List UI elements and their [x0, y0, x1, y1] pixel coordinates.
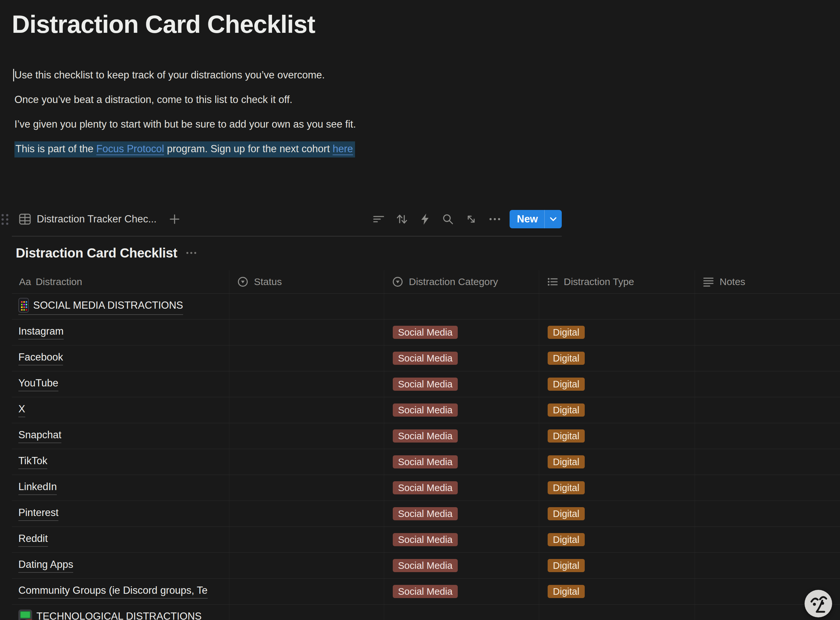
name-cell[interactable]: Reddit — [12, 527, 229, 552]
row-title[interactable]: Snapchat — [18, 429, 61, 441]
notes-cell[interactable] — [695, 475, 840, 501]
name-cell[interactable]: TECHNOLOGICAL DISTRACTIONS — [12, 605, 229, 620]
row-open-link[interactable]: LinkedIn — [18, 481, 57, 495]
new-button[interactable]: New — [510, 210, 562, 228]
row-title[interactable]: X — [18, 403, 25, 415]
new-button-label[interactable]: New — [510, 213, 544, 225]
search-icon[interactable] — [442, 213, 454, 225]
name-cell[interactable]: YouTube — [12, 371, 229, 397]
category-cell[interactable]: Social Media — [384, 449, 539, 475]
notes-cell[interactable] — [695, 501, 840, 527]
type-cell[interactable]: Digital — [539, 397, 695, 423]
notion-ai-button[interactable] — [805, 590, 832, 617]
status-cell[interactable] — [229, 527, 384, 552]
column-header-distraction[interactable]: Aa Distraction — [12, 270, 229, 293]
row-title[interactable]: TikTok — [18, 455, 47, 467]
row-title[interactable]: Pinterest — [18, 507, 59, 519]
category-cell[interactable]: Social Media — [384, 553, 539, 578]
more-icon[interactable] — [489, 217, 501, 221]
notes-cell[interactable] — [695, 449, 840, 475]
row-title[interactable]: TECHNOLOGICAL DISTRACTIONS — [36, 611, 202, 620]
notes-cell[interactable] — [695, 527, 840, 552]
name-cell[interactable]: X — [12, 397, 229, 423]
table-row[interactable]: TECHNOLOGICAL DISTRACTIONS — [12, 605, 840, 620]
row-open-link[interactable]: Instagram — [18, 325, 64, 340]
row-title[interactable]: Dating Apps — [18, 559, 73, 570]
paragraph-highlighted[interactable]: This is part of the Focus Protocol progr… — [14, 141, 507, 157]
table-row[interactable]: Pinterest Social Media Digital — [12, 501, 840, 527]
row-open-link[interactable]: Facebook — [18, 351, 63, 366]
row-title[interactable]: Instagram — [18, 325, 64, 337]
category-cell[interactable]: Social Media — [384, 345, 539, 371]
row-open-link[interactable]: Snapchat — [18, 429, 61, 443]
category-tag[interactable]: Social Media — [393, 326, 458, 339]
table-row[interactable]: Community Groups (ie Discord groups, Te … — [12, 579, 840, 605]
table-row[interactable]: TikTok Social Media Digital — [12, 449, 840, 475]
status-cell[interactable] — [229, 475, 384, 501]
category-tag[interactable]: Social Media — [393, 429, 458, 442]
paragraph[interactable]: I’ve given you plenty to start with but … — [14, 117, 507, 132]
category-tag[interactable]: Social Media — [393, 507, 458, 520]
category-tag[interactable]: Social Media — [393, 378, 458, 391]
view-tab[interactable]: Distraction Tracker Chec... — [37, 213, 157, 225]
table-row[interactable]: YouTube Social Media Digital — [12, 371, 840, 397]
table-row[interactable]: Facebook Social Media Digital — [12, 345, 840, 371]
row-title[interactable]: Facebook — [18, 351, 63, 363]
category-tag[interactable]: Social Media — [393, 403, 458, 417]
paragraph[interactable]: Use this checklist to keep track of your… — [14, 68, 507, 83]
status-cell[interactable] — [229, 397, 384, 423]
name-cell[interactable]: Snapchat — [12, 423, 229, 449]
row-open-link[interactable]: X — [18, 403, 25, 417]
type-cell[interactable]: Digital — [539, 501, 695, 527]
name-cell[interactable]: Pinterest — [12, 501, 229, 527]
status-cell[interactable] — [229, 553, 384, 578]
type-tag[interactable]: Digital — [548, 326, 585, 339]
name-cell[interactable]: TikTok — [12, 449, 229, 475]
notes-cell[interactable] — [695, 293, 840, 319]
focus-protocol-link[interactable]: Focus Protocol — [96, 143, 164, 155]
category-tag[interactable]: Social Media — [393, 455, 458, 468]
name-cell[interactable]: Community Groups (ie Discord groups, Te — [12, 579, 229, 604]
row-open-link[interactable]: Community Groups (ie Discord groups, Te — [18, 585, 208, 599]
type-tag[interactable]: Digital — [548, 533, 585, 546]
type-tag[interactable]: Digital — [548, 403, 585, 417]
row-open-link[interactable]: TikTok — [18, 455, 47, 469]
table-row[interactable]: Snapchat Social Media Digital — [12, 423, 840, 449]
row-open-link[interactable]: Reddit — [18, 533, 48, 547]
status-cell[interactable] — [229, 501, 384, 527]
type-tag[interactable]: Digital — [548, 585, 585, 598]
category-cell[interactable]: Social Media — [384, 475, 539, 501]
row-open-link[interactable]: Dating Apps — [18, 559, 73, 573]
notes-cell[interactable] — [695, 319, 840, 345]
column-header-notes[interactable]: Notes — [695, 270, 840, 293]
notes-cell[interactable] — [695, 423, 840, 449]
column-header-status[interactable]: Status — [229, 270, 384, 293]
row-open-link[interactable]: YouTube — [18, 377, 59, 391]
name-cell[interactable]: Dating Apps — [12, 553, 229, 578]
type-tag[interactable]: Digital — [548, 378, 585, 391]
row-open-link[interactable]: SOCIAL MEDIA DISTRACTIONS — [18, 298, 183, 315]
database-more-icon[interactable] — [186, 251, 197, 254]
category-cell[interactable]: Social Media — [384, 423, 539, 449]
type-tag[interactable]: Digital — [548, 352, 585, 365]
row-title[interactable]: LinkedIn — [18, 481, 57, 493]
type-cell[interactable]: Digital — [539, 527, 695, 552]
name-cell[interactable]: LinkedIn — [12, 475, 229, 501]
category-tag[interactable]: Social Media — [393, 352, 458, 365]
category-tag[interactable]: Social Media — [393, 481, 458, 494]
type-tag[interactable]: Digital — [548, 559, 585, 572]
type-tag[interactable]: Digital — [548, 429, 585, 442]
type-cell[interactable]: Digital — [539, 371, 695, 397]
table-row[interactable]: Instagram Social Media Digital — [12, 319, 840, 345]
type-cell[interactable]: Digital — [539, 345, 695, 371]
type-cell[interactable]: Digital — [539, 423, 695, 449]
table-row[interactable]: SOCIAL MEDIA DISTRACTIONS — [12, 293, 840, 319]
status-cell[interactable] — [229, 293, 384, 319]
new-dropdown-chevron-icon[interactable] — [545, 210, 562, 228]
row-open-link[interactable]: Pinterest — [18, 507, 59, 521]
type-cell[interactable] — [539, 605, 695, 620]
type-cell[interactable]: Digital — [539, 579, 695, 604]
category-cell[interactable]: Social Media — [384, 579, 539, 604]
drag-handle-icon[interactable] — [1, 214, 9, 225]
notes-cell[interactable] — [695, 397, 840, 423]
